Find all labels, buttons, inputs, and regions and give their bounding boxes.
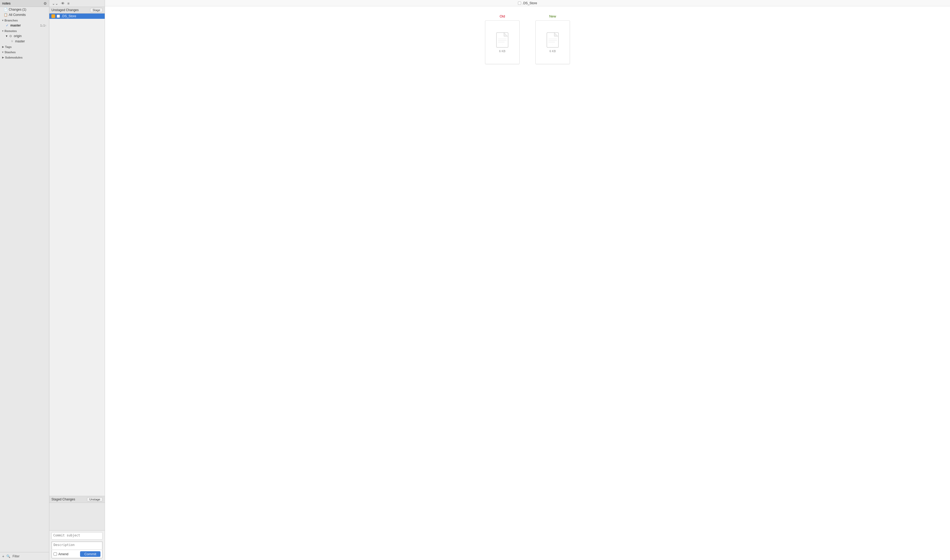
add-button[interactable]: +	[2, 554, 4, 558]
diff-old-side: Old · 6 KB	[485, 14, 520, 64]
diff-new-size: 6 KB	[549, 49, 556, 53]
changes-icon: 📄	[4, 8, 8, 11]
origin-collapse-icon: ▾	[6, 34, 8, 38]
sidebar-item-all-commits[interactable]: 📋 All Commits	[0, 12, 49, 17]
staged-section: Staged Changes Unstage	[49, 496, 105, 530]
stashes-collapse-icon: ▾	[2, 51, 3, 54]
commit-button[interactable]: Commit	[80, 551, 100, 557]
submodules-collapse-icon: ▶	[2, 56, 4, 59]
diff-area: .DS_Store Old ·	[105, 0, 950, 560]
stage-button[interactable]: Stage	[90, 8, 103, 12]
diff-new-file-icon: ·	[546, 32, 559, 48]
sidebar-item-origin[interactable]: ▾ ⊙ origin	[0, 33, 49, 38]
commit-subject-input[interactable]	[51, 532, 103, 540]
commit-footer: Amend Commit	[52, 550, 102, 558]
sidebar-item-changes[interactable]: 📄 Changes (1)	[0, 7, 49, 12]
sidebar-footer: + 🔍 Filter	[0, 552, 49, 560]
unstaged-header: Unstaged Changes Stage	[49, 7, 105, 14]
sidebar-header: notes ⚙	[0, 0, 49, 7]
tags-section-label: Tags	[5, 45, 12, 48]
diff-new-side: New · 6 KB	[535, 14, 570, 64]
branches-collapse-icon: ▾	[2, 19, 3, 22]
unstage-button[interactable]: Unstage	[87, 497, 103, 502]
remotes-collapse-icon: ▾	[2, 30, 3, 32]
collapse-icon-btn[interactable]: ⌄⌄	[51, 2, 59, 6]
diff-content: Old · 6 KB	[105, 6, 950, 560]
remotes-section-header[interactable]: ▾ Remotes	[0, 28, 49, 33]
tags-section-header[interactable]: ▶ Tags	[0, 44, 49, 49]
sync-badge: 1↓1↑	[40, 24, 46, 27]
branches-section-label: Branches	[5, 19, 18, 22]
eye-icon-btn[interactable]: 👁	[60, 2, 65, 6]
sidebar: notes ⚙ 📄 Changes (1) 📋 All Commits ▾ Br…	[0, 0, 49, 560]
diff-new-preview: · 6 KB	[535, 20, 570, 64]
file-panel: ⌄⌄ 👁 ≡ Unstaged Changes Stage .DS_Store	[49, 0, 105, 560]
svg-text:·: ·	[552, 43, 553, 46]
diff-header: .DS_Store	[105, 0, 950, 6]
stashes-section-header[interactable]: ▾ Stashes	[0, 49, 49, 55]
amend-label[interactable]: Amend	[54, 552, 68, 556]
file-checkbox[interactable]	[57, 15, 60, 18]
menu-icon-btn[interactable]: ≡	[67, 2, 70, 6]
staged-label: Staged Changes	[51, 497, 75, 501]
unstaged-label: Unstaged Changes	[51, 8, 79, 12]
staged-header: Staged Changes Unstage	[49, 496, 105, 503]
commit-area: Amend Commit	[49, 530, 105, 560]
gear-icon[interactable]: ⚙	[43, 2, 47, 6]
file-name: .DS_Store	[62, 14, 76, 18]
file-status-icon	[51, 14, 55, 18]
filter-label: Filter	[12, 554, 20, 558]
branches-section-header[interactable]: ▾ Branches	[0, 17, 49, 23]
diff-old-preview: · 6 KB	[485, 20, 520, 64]
checkmark-icon: ✓	[6, 23, 8, 27]
tags-collapse-icon: ▶	[2, 46, 4, 48]
svg-text:·: ·	[502, 43, 503, 46]
submodules-section-label: Submodules	[5, 56, 23, 59]
remote-master-label: master	[15, 40, 25, 43]
remote-master-icon: ⑂	[10, 40, 14, 43]
origin-label: origin	[14, 34, 22, 38]
filter-button[interactable]: 🔍	[6, 554, 10, 558]
sidebar-content: 📄 Changes (1) 📋 All Commits ▾ Branches ✓…	[0, 7, 49, 552]
diff-old-label: Old	[500, 14, 505, 18]
origin-icon: ⊙	[9, 34, 12, 38]
submodules-section-header[interactable]: ▶ Submodules	[0, 55, 49, 60]
commit-description-input[interactable]	[52, 542, 102, 549]
stashes-section-label: Stashes	[5, 51, 15, 54]
file-panel-toolbar-left: ⌄⌄ 👁 ≡	[51, 2, 70, 6]
diff-old-size: 6 KB	[499, 49, 506, 53]
diff-new-label: New	[549, 14, 556, 18]
amend-checkbox[interactable]	[54, 552, 57, 556]
remotes-section-label: Remotes	[5, 29, 17, 32]
table-row[interactable]: .DS_Store	[49, 14, 105, 19]
master-branch-label: master	[10, 23, 21, 27]
sidebar-item-master[interactable]: ✓ master 1↓1↑	[0, 23, 49, 28]
sidebar-title: notes	[2, 2, 11, 5]
changes-label: Changes (1)	[9, 8, 26, 11]
all-commits-label: All Commits	[9, 13, 26, 17]
file-panel-toolbar: ⌄⌄ 👁 ≡	[49, 0, 105, 7]
main: ⌄⌄ 👁 ≡ Unstaged Changes Stage .DS_Store	[49, 0, 950, 560]
diff-header-checkbox[interactable]	[518, 2, 521, 5]
diff-filename: .DS_Store	[518, 2, 537, 5]
diff-old-file-icon: ·	[496, 32, 509, 48]
staged-list	[49, 503, 105, 530]
file-panel-top: ⌄⌄ 👁 ≡ Unstaged Changes Stage .DS_Store	[49, 0, 105, 496]
all-commits-icon: 📋	[4, 13, 8, 17]
sidebar-item-remote-master[interactable]: ⑂ master	[0, 38, 49, 44]
file-list: .DS_Store	[49, 14, 105, 496]
